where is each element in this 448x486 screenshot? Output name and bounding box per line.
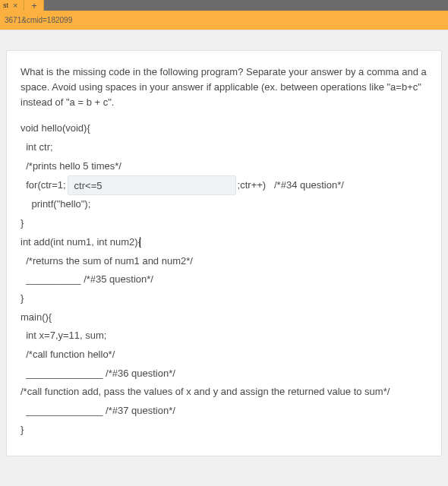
content-area: What is the missing code in the followin… [0,30,448,462]
code-line: void hello(void){ [21,119,427,138]
question-card: What is the missing code in the followin… [6,50,442,456]
answer-input-34[interactable] [68,175,236,195]
code-line: } [21,214,427,233]
code-text: int add(int num1, int num2){ [21,236,141,248]
code-line: /*returns the sum of num1 and num2*/ [21,252,427,271]
code-line: /*call function add, pass the values of … [21,383,427,402]
url-text: 3671&cmid=182099 [5,16,72,24]
code-line: int ctr; [21,138,427,157]
code-fragment: for(ctr=1; [21,176,66,195]
code-line: /*call function hello*/ [21,346,427,364]
browser-tab[interactable]: st × [0,0,24,11]
text-cursor [140,237,140,248]
code-line: __________ /*#35 question*/ [21,270,427,289]
new-tab-button[interactable]: + [24,0,44,11]
code-line: } [21,289,427,308]
code-line-with-input: for(ctr=1; ;ctr++) /*#34 question*/ [21,175,427,195]
code-fragment: ;ctr++) /*#34 question*/ [238,176,344,195]
code-line: } [21,421,427,440]
code-line: int add(int num1, int num2){ [21,233,427,252]
code-line: ______________ /*#36 question*/ [21,364,427,383]
close-icon[interactable]: × [13,2,17,10]
browser-tab-strip: st × + [0,0,448,11]
url-bar[interactable]: 3671&cmid=182099 [0,11,448,30]
code-line: ______________ /*#37 question*/ [21,402,427,421]
code-line: int x=7,y=11, sum; [21,327,427,346]
code-line: /*prints hello 5 times*/ [21,157,427,176]
tab-title: st [3,2,8,9]
code-line: printf("hello"); [21,195,427,214]
question-prompt: What is the missing code in the followin… [21,65,427,110]
code-block: void hello(void){ int ctr; /*prints hell… [21,119,427,439]
code-line: main(){ [21,308,427,327]
